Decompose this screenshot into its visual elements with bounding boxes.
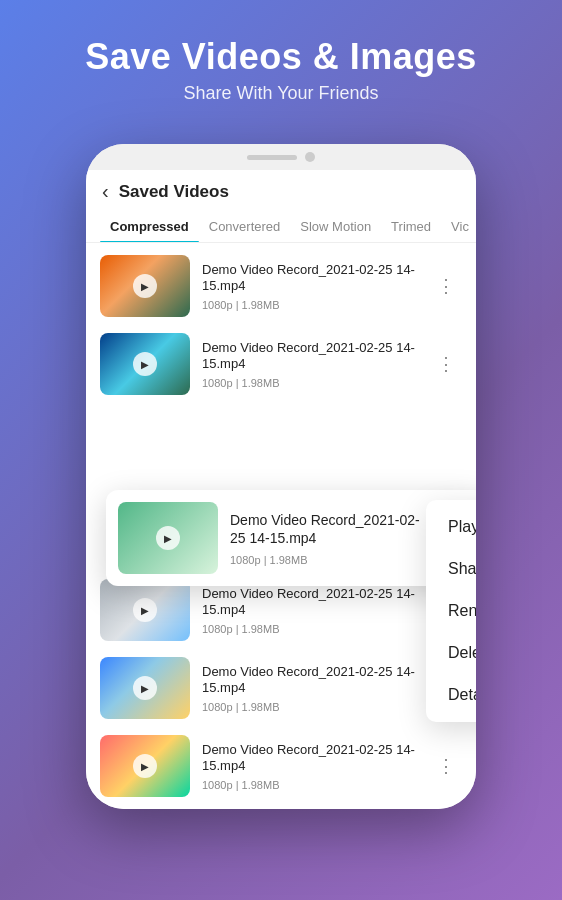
table-row: ▶ Demo Video Record_2021-02-25 14-15.mp4…: [86, 247, 476, 325]
phone-speaker: [247, 155, 297, 160]
tab-slow-motion[interactable]: Slow Motion: [290, 211, 381, 242]
more-button[interactable]: ⋮: [431, 751, 462, 781]
phone-camera: [305, 152, 315, 162]
video-name: Demo Video Record_2021-02-25 14-15.mp4: [230, 511, 431, 547]
video-info: Demo Video Record_2021-02-25 14-15.mp4 1…: [202, 664, 419, 714]
video-thumbnail: ▶: [118, 502, 218, 574]
video-info: Demo Video Record_2021-02-25 14-15.mp4 1…: [202, 742, 419, 792]
back-bar: ‹ Saved Videos: [86, 170, 476, 211]
phone-notch: [86, 144, 476, 170]
play-icon[interactable]: ▶: [133, 598, 157, 622]
play-icon[interactable]: ▶: [156, 526, 180, 550]
table-row: ▶ Demo Video Record_2021-02-25 14-15.mp4…: [86, 325, 476, 403]
video-thumbnail: ▶: [100, 657, 190, 719]
video-meta: 1080p | 1.98MB: [202, 701, 419, 713]
video-thumbnail: ▶: [100, 579, 190, 641]
play-icon[interactable]: ▶: [133, 352, 157, 376]
context-menu: Play Share Rename Delete Details: [426, 500, 476, 722]
back-button[interactable]: ‹: [102, 180, 109, 203]
video-meta: 1080p | 1.98MB: [202, 299, 419, 311]
tab-trimed[interactable]: Trimed: [381, 211, 441, 242]
context-menu-delete[interactable]: Delete: [426, 632, 476, 674]
context-menu-play[interactable]: Play: [426, 506, 476, 548]
lower-video-list: ▶ Demo Video Record_2021-02-25 14-15.mp4…: [86, 567, 476, 809]
context-menu-share[interactable]: Share: [426, 548, 476, 590]
context-menu-rename[interactable]: Rename: [426, 590, 476, 632]
video-list: ▶ Demo Video Record_2021-02-25 14-15.mp4…: [86, 243, 476, 407]
video-name: Demo Video Record_2021-02-25 14-15.mp4: [202, 340, 419, 374]
more-button[interactable]: ⋮: [431, 271, 462, 301]
tab-vic[interactable]: Vic: [441, 211, 476, 242]
video-meta: 1080p | 1.98MB: [202, 623, 419, 635]
video-info: Demo Video Record_2021-02-25 14-15.mp4 1…: [202, 340, 419, 390]
header-title: Save Videos & Images: [20, 36, 542, 77]
floating-video-card: ▶ Demo Video Record_2021-02-25 14-15.mp4…: [106, 490, 476, 586]
play-icon[interactable]: ▶: [133, 676, 157, 700]
video-info: Demo Video Record_2021-02-25 14-15.mp4 1…: [202, 262, 419, 312]
table-row: ▶ Demo Video Record_2021-02-25 14-15.mp4…: [86, 727, 476, 805]
video-name: Demo Video Record_2021-02-25 14-15.mp4: [202, 262, 419, 296]
video-thumbnail: ▶: [100, 735, 190, 797]
tab-convertered[interactable]: Convertered: [199, 211, 291, 242]
video-meta: 1080p | 1.98MB: [202, 377, 419, 389]
video-meta: 1080p | 1.98MB: [202, 779, 419, 791]
tab-bar: Compressed Convertered Slow Motion Trime…: [86, 211, 476, 243]
video-info: Demo Video Record_2021-02-25 14-15.mp4 1…: [230, 511, 431, 565]
video-meta: 1080p | 1.98MB: [230, 554, 431, 566]
table-row: ▶ Demo Video Record_2021-02-25 14-15.mp4…: [86, 649, 476, 727]
video-name: Demo Video Record_2021-02-25 14-15.mp4: [202, 742, 419, 776]
floating-card-content: ▶ Demo Video Record_2021-02-25 14-15.mp4…: [106, 490, 476, 586]
video-name: Demo Video Record_2021-02-25 14-15.mp4: [202, 664, 419, 698]
app-header: Save Videos & Images Share With Your Fri…: [0, 0, 562, 124]
video-name: Demo Video Record_2021-02-25 14-15.mp4: [202, 586, 419, 620]
context-menu-details[interactable]: Details: [426, 674, 476, 716]
video-thumbnail: ▶: [100, 255, 190, 317]
header-subtitle: Share With Your Friends: [20, 83, 542, 104]
more-button[interactable]: ⋮: [431, 349, 462, 379]
play-icon[interactable]: ▶: [133, 274, 157, 298]
video-thumbnail: ▶: [100, 333, 190, 395]
screen-title: Saved Videos: [119, 182, 229, 202]
phone-frame: ‹ Saved Videos Compressed Convertered Sl…: [86, 144, 476, 809]
tab-compressed[interactable]: Compressed: [100, 211, 199, 242]
video-info: Demo Video Record_2021-02-25 14-15.mp4 1…: [202, 586, 419, 636]
phone-screen: ‹ Saved Videos Compressed Convertered Sl…: [86, 170, 476, 809]
play-icon[interactable]: ▶: [133, 754, 157, 778]
